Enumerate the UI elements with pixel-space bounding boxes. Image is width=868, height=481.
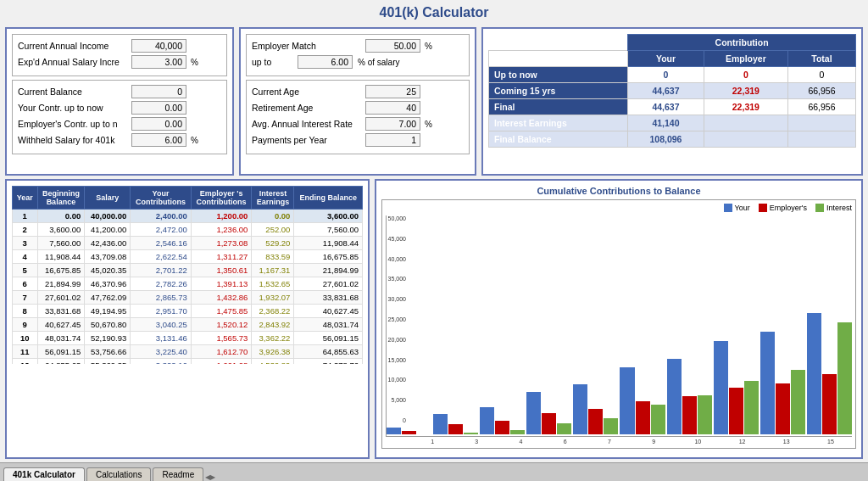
table-cell: 45,020.35 [85,264,131,277]
withheld-pct-sign: % [191,136,198,145]
table-cell: 27,601.02 [37,291,85,305]
table-cell: 49,194.95 [85,305,131,318]
interest-bar [837,322,852,434]
interest-bar [698,395,712,434]
row-final-balance: Final Balance [489,131,628,148]
table-cell: 40,000.00 [85,210,131,223]
current-age-input[interactable] [365,85,420,98]
bar-group [387,428,431,434]
tab-401k[interactable]: 401k Calculator [3,467,85,481]
x-label: 12 [721,439,763,445]
table-cell: 3,225.40 [131,345,192,359]
table-cell: 2,400.00 [131,210,192,223]
val-uptonow-total: 0 [787,67,855,83]
x-label: 6 [544,439,587,445]
tab-bar: 401k Calculator Calculations Readme ◀▶ [0,462,868,481]
val-uptonow-employer: 0 [704,67,787,83]
col-your: Your [628,51,704,67]
your-bar [573,384,587,434]
row-up-to-now: Up to now [489,67,628,83]
interest-rate-label: Avg. Annual Interest Rate [252,119,362,129]
bar-group [480,407,525,434]
salary-increase-label: Exp'd Annual Salary Incre [18,57,128,67]
up-to-input[interactable] [298,55,353,69]
your-bar [620,367,634,434]
interest-bar [464,433,478,434]
tab-readme[interactable]: Readme [153,467,203,481]
y-label: 20,000 [388,337,406,343]
table-cell: 3,600.00 [294,210,363,223]
table-cell: 46,370.96 [85,277,131,291]
payments-per-year-input[interactable] [365,133,420,147]
table-cell: 53,756.66 [85,345,131,359]
employer-bar [682,396,697,434]
val-final-employer: 22,319 [704,99,787,115]
table-cell: 833.59 [252,250,294,264]
table-cell: 4 [13,250,38,264]
val-uptonow-your: 0 [628,67,704,83]
salary-increase-input[interactable] [131,55,186,69]
table-cell: 2,843.92 [252,318,294,332]
withheld-salary-input[interactable] [131,133,186,147]
legend-interest-label: Interest [826,204,852,212]
table-cell: 3 [13,237,38,250]
table-cell: 42,436.00 [85,237,131,250]
table-cell: 1,311.27 [191,250,252,264]
employer-bar [729,388,743,434]
payments-per-year-label: Payments per Year [252,135,362,145]
table-cell: 1,167.31 [252,264,294,277]
employer-match-input[interactable] [365,39,420,53]
table-cell: 10 [13,332,38,345]
table-cell: 1,612.70 [191,345,252,359]
withheld-salary-label: Withheld Salary for 401k [18,135,128,145]
tab-calculations[interactable]: Calculations [86,467,151,481]
retirement-age-input[interactable] [365,101,420,115]
y-label: 5,000 [391,397,406,403]
x-label: 3 [455,439,498,445]
employer-contrib-input[interactable] [131,117,186,131]
contribution-table: Contribution Your Employer Total Up to n… [488,34,856,148]
table-cell: 74,378.76 [294,359,363,365]
table-cell: 529.20 [252,237,294,250]
current-income-input[interactable] [131,39,186,53]
table-cell: 21,894.99 [294,264,363,277]
table-cell: 5 [13,264,38,277]
bars-container [386,215,852,437]
table-cell: 16,675.85 [294,250,363,264]
table-cell: 47,762.09 [85,291,131,305]
table-cell: 1,350.61 [191,264,252,277]
up-to-label: up to [252,57,294,67]
interest-bar [651,405,665,434]
th-salary: Salary [85,187,131,210]
val-coming-employer: 22,319 [704,83,787,99]
table-cell: 64,855.63 [37,359,85,365]
up-to-suffix: % of salary [358,58,399,67]
th-interest: InterestEarnings [252,187,294,210]
current-balance-input[interactable] [131,85,186,98]
bar-group [714,341,759,434]
employer-match-label: Employer Match [252,41,362,51]
tab-scroll-icon: ◀▶ [205,473,215,481]
contribution-panel: Contribution Your Employer Total Up to n… [481,27,863,176]
legend-interest: Interest [815,204,852,212]
x-label: 15 [810,439,852,445]
interest-rate-input[interactable] [365,117,420,131]
val-final-your: 44,637 [628,99,704,115]
y-label: 15,000 [388,357,406,363]
table-cell: 2,782.26 [131,277,192,291]
table-cell: 2,472.00 [131,223,192,237]
employer-bar [588,409,603,434]
x-label: 4 [499,439,542,445]
x-label: 7 [588,439,631,445]
table-cell: 48,031.74 [294,318,363,332]
val-final-balance: 108,096 [628,131,704,148]
bar-group [573,384,618,434]
table-cell: 1,520.12 [191,318,252,332]
table-cell: 11,908.44 [37,250,85,264]
table-cell: 52,190.93 [85,332,131,345]
legend-employer: Employer's [759,204,807,212]
table-cell: 21,894.99 [37,277,85,291]
your-contrib-input[interactable] [131,101,186,115]
table-cell: 56,091.15 [37,345,85,359]
table-cell: 0.00 [252,210,294,223]
